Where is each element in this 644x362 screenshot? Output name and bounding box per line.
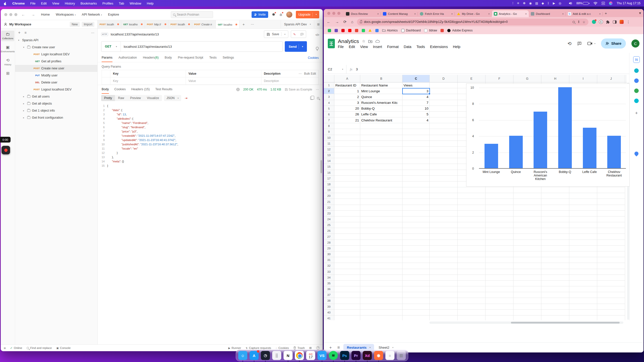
cell-D5[interactable] [430, 106, 458, 112]
open-request-tab[interactable]: GETlocalho [121, 20, 145, 28]
cell-D23[interactable] [430, 211, 458, 216]
cell-J32[interactable] [597, 263, 625, 269]
cell-B18[interactable] [360, 182, 403, 187]
youtube-favicon[interactable] [348, 29, 351, 32]
sheets-logo-icon[interactable] [328, 39, 335, 48]
cell-B22[interactable] [360, 205, 403, 211]
cell-G26[interactable] [513, 228, 541, 234]
cell-A2[interactable]: 1 [334, 88, 360, 94]
nav-home[interactable]: Home [41, 13, 50, 16]
cell-B33[interactable] [360, 269, 403, 275]
cell-C2[interactable]: 3 [403, 88, 430, 94]
netflix-favicon[interactable] [341, 29, 345, 32]
close-tab-icon[interactable]: × [599, 12, 601, 15]
row-header-15[interactable]: 15 [324, 164, 334, 170]
cell-H27[interactable] [541, 234, 569, 240]
all-sheets-button[interactable]: ≡ [335, 345, 342, 350]
whatsapp-favicon[interactable] [362, 29, 365, 32]
cell-I21[interactable] [569, 199, 597, 205]
document-title[interactable]: Analytics [338, 38, 359, 44]
cell-J37[interactable] [597, 292, 625, 298]
cell-J35[interactable] [597, 281, 625, 286]
control-center-icon[interactable] [601, 2, 605, 5]
dock-premiere[interactable]: Pr [351, 351, 360, 360]
row-header-19[interactable]: 19 [324, 187, 334, 193]
param-select-column[interactable] [102, 70, 110, 77]
cell-J21[interactable] [597, 199, 625, 205]
cell-E31[interactable] [458, 257, 486, 263]
cell-D2[interactable] [430, 88, 458, 94]
cell-B21[interactable] [360, 199, 403, 205]
add-sheet-button[interactable]: + [327, 345, 334, 350]
cell-H29[interactable] [541, 246, 569, 251]
cell-D15[interactable] [430, 164, 458, 170]
cell-G32[interactable] [513, 263, 541, 269]
row-header-22[interactable]: 22 [324, 205, 334, 211]
cell-C8[interactable] [403, 123, 430, 129]
cell-G39[interactable] [513, 304, 541, 310]
cell-J31[interactable] [597, 257, 625, 263]
cell-J34[interactable] [597, 275, 625, 281]
cell-F27[interactable] [486, 234, 513, 240]
cell-A10[interactable] [334, 135, 360, 141]
row-header-34[interactable]: 34 [324, 275, 334, 281]
cell-C36[interactable] [403, 286, 430, 292]
cell-B36[interactable] [360, 286, 403, 292]
edit-pencil-icon[interactable]: ✎ [291, 32, 298, 36]
panel-grid-icon[interactable]: ⊞ [309, 346, 312, 350]
menu-item-file[interactable]: File [30, 2, 35, 5]
cell-C14[interactable] [403, 158, 430, 164]
cell-I24[interactable] [569, 216, 597, 222]
cell-C32[interactable] [403, 263, 430, 269]
user-switch-icon[interactable]: ◎ [559, 2, 561, 5]
cell-C38[interactable] [403, 298, 430, 304]
cell-A9[interactable] [334, 129, 360, 135]
cell-A21[interactable] [334, 199, 360, 205]
row-header-24[interactable]: 24 [324, 216, 334, 222]
tree-item[interactable]: POSTLogout localhost DEV [15, 86, 97, 93]
help-icon[interactable]: ? [316, 346, 320, 350]
cell-D16[interactable] [430, 170, 458, 176]
cell-G23[interactable] [513, 211, 541, 216]
close-tab-icon[interactable]: × [377, 12, 379, 15]
cell-D32[interactable] [430, 263, 458, 269]
cell-G24[interactable] [513, 216, 541, 222]
cell-D17[interactable] [430, 176, 458, 182]
menu-item-help[interactable]: Help [147, 2, 154, 5]
cell-D14[interactable] [430, 158, 458, 164]
cell-F20[interactable] [486, 193, 513, 199]
cell-C17[interactable] [403, 176, 430, 182]
open-request-tab[interactable]: POSThttp:// [145, 20, 169, 28]
forward-button[interactable]: → [335, 20, 339, 24]
cell-D29[interactable] [430, 246, 458, 251]
password-favicon[interactable] [335, 29, 338, 32]
dock-photoshop[interactable]: Ps [340, 351, 349, 360]
dock-notes[interactable]: ≡ [385, 351, 394, 360]
online-status[interactable]: ✓Online [10, 346, 22, 350]
open-request-tab[interactable]: POSTlocalh [98, 20, 121, 28]
extensions-puzzle-icon[interactable] [606, 20, 610, 24]
cell-J40[interactable] [597, 310, 625, 315]
column-header-D[interactable]: D [430, 75, 458, 82]
cell-F40[interactable] [486, 310, 513, 315]
cell-C6[interactable]: 5 [403, 112, 430, 117]
cell-F33[interactable] [486, 269, 513, 275]
cell-A35[interactable] [334, 281, 360, 286]
menu-file[interactable]: File [338, 45, 344, 49]
method-select[interactable]: GET▾ [101, 41, 121, 52]
cell-F31[interactable] [486, 257, 513, 263]
cell-H31[interactable] [541, 257, 569, 263]
account-avatar[interactable]: C [631, 39, 639, 48]
row-header-1[interactable]: 1 [324, 82, 334, 88]
row-header-36[interactable]: 36 [324, 286, 334, 292]
settings-gear-icon[interactable] [272, 13, 275, 16]
dock-clock-app[interactable]: ◷ [261, 351, 270, 360]
request-tab-tests[interactable]: Tests [209, 53, 217, 62]
row-header-37[interactable]: 37 [324, 292, 334, 298]
menu-item-profiles[interactable]: Profiles [102, 2, 113, 5]
cell-C22[interactable] [403, 205, 430, 211]
cell-E24[interactable] [458, 216, 486, 222]
cell-A39[interactable] [334, 304, 360, 310]
cell-A26[interactable] [334, 228, 360, 234]
select-all-corner[interactable] [324, 75, 334, 82]
